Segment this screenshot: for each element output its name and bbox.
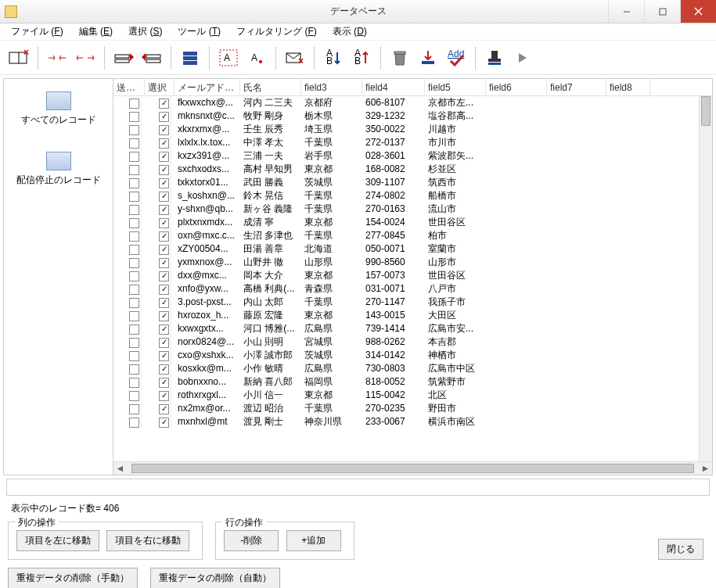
select-checkbox[interactable] — [159, 404, 169, 414]
column-field4[interactable]: field4 — [362, 79, 425, 96]
minimize-button[interactable] — [608, 0, 644, 23]
table-row[interactable]: kxwxgxtx...河口 博雅(...広島県739-1414広島市安... — [113, 322, 712, 335]
select-checkbox[interactable] — [159, 285, 169, 295]
select-checkbox[interactable] — [159, 205, 169, 215]
menu-edit[interactable]: 編集 (E) — [71, 23, 121, 40]
table-row[interactable]: cxo@xshxk...小澤 誠市郎茨城県314-0142神栖市 — [113, 349, 712, 362]
sent-checkbox[interactable] — [129, 338, 139, 348]
sidebar-item-all-records[interactable]: すべてのレコード — [4, 87, 113, 131]
menu-select[interactable]: 選択 (S) — [121, 23, 170, 40]
table-row[interactable]: kxzx391@...三浦 一夫岩手県028-3601紫波郡矢... — [113, 149, 712, 163]
scroll-left-icon[interactable]: ◄ — [113, 463, 127, 474]
table-row[interactable]: txkxtorx01...武田 勝義茨城県309-1107筑西市 — [113, 176, 712, 189]
sent-checkbox[interactable] — [129, 205, 139, 215]
select-checkbox[interactable] — [159, 258, 169, 268]
select-checkbox[interactable] — [159, 165, 169, 175]
sent-checkbox[interactable] — [129, 178, 139, 188]
table-row[interactable]: kosxkx@m...小作 敏晴広島県730-0803広島市中区 — [113, 362, 712, 375]
table-row[interactable]: yxmxnox@...山野井 徹山形県990-8560山形市 — [113, 256, 712, 269]
select-checkbox[interactable] — [159, 152, 169, 162]
move-right-button[interactable]: 項目を右に移動 — [106, 530, 189, 551]
column-name[interactable]: 氏名 — [240, 79, 301, 96]
table-row[interactable]: plxtxnxmdx...成清 寧東京都154-0024世田谷区 — [113, 216, 712, 229]
toolbar-sort-desc-icon[interactable]: AB — [321, 45, 346, 70]
table-row[interactable]: rothxrxgxl...小川 信一東京都115-0042北区 — [113, 389, 712, 402]
toolbar-arrows-in-icon[interactable] — [45, 45, 70, 70]
select-checkbox[interactable] — [159, 418, 169, 428]
toolbar-row-add-icon[interactable] — [111, 45, 136, 70]
select-checkbox[interactable] — [159, 112, 169, 122]
row-delete-button[interactable]: -削除 — [224, 530, 279, 551]
table-row[interactable]: mknsnxt@c...牧野 剛身栃木県329-1232塩谷郡高... — [113, 109, 712, 123]
scroll-thumb[interactable] — [131, 464, 694, 473]
select-checkbox[interactable] — [159, 324, 169, 335]
table-row[interactable]: s_koshxn@...鈴木 晃信千葉県274-0802船橋市 — [113, 189, 712, 203]
toolbar-text-a-icon[interactable]: A — [244, 45, 269, 70]
move-left-button[interactable]: 項目を左に移動 — [16, 530, 99, 551]
table-row[interactable]: sxchxodxs...高村 早知男東京都168-0082杉並区 — [113, 163, 712, 176]
select-checkbox[interactable] — [159, 378, 169, 388]
column-field8[interactable]: field8 — [606, 79, 650, 96]
table-row[interactable]: mxnhxl@mt渡見 剛士神奈川県233-0067横浜市南区 — [113, 415, 712, 428]
toolbar-sort-asc-icon[interactable]: AB — [349, 45, 374, 70]
sent-checkbox[interactable] — [129, 404, 139, 414]
toolbar-download-icon[interactable] — [416, 45, 441, 70]
sent-checkbox[interactable] — [129, 258, 139, 268]
toolbar-add-check-icon[interactable]: Add — [444, 45, 469, 70]
select-checkbox[interactable] — [159, 245, 169, 255]
sent-checkbox[interactable] — [129, 125, 139, 135]
toolbar-row-remove-icon[interactable] — [139, 45, 164, 70]
select-checkbox[interactable] — [159, 298, 169, 308]
column-mail[interactable]: メールアドレス — [175, 79, 240, 96]
toolbar-next-icon[interactable] — [510, 45, 535, 70]
menu-tool[interactable]: ツール (T) — [170, 23, 228, 40]
select-checkbox[interactable] — [159, 178, 169, 188]
close-dialog-button[interactable]: 閉じる — [658, 539, 703, 560]
table-row[interactable]: lxlxlx.lx.tox...中澤 孝太千葉県272-0137市川市 — [113, 136, 712, 149]
sent-checkbox[interactable] — [129, 311, 139, 321]
table-row[interactable]: nx2mx@or...渡辺 昭治千葉県270-0235野田市 — [113, 402, 712, 415]
filter-bar[interactable] — [6, 479, 710, 496]
table-row[interactable]: dxx@mxc...岡本 大介東京都157-0073世田谷区 — [113, 269, 712, 282]
select-checkbox[interactable] — [159, 311, 169, 321]
dedupe-manual-button[interactable]: 重複データの削除（手動） — [8, 568, 138, 588]
select-checkbox[interactable] — [159, 192, 169, 202]
sent-checkbox[interactable] — [129, 112, 139, 122]
horizontal-scrollbar[interactable]: ◄ ► — [113, 461, 712, 475]
table-row[interactable]: oxn@mxc.c...生沼 多津也千葉県277-0845柏市 — [113, 229, 712, 242]
toolbar-trash-icon[interactable] — [387, 45, 412, 70]
scroll-right-icon[interactable]: ► — [699, 463, 712, 474]
sidebar-item-stopped-records[interactable]: 配信停止のレコード — [4, 147, 113, 192]
sent-checkbox[interactable] — [129, 351, 139, 361]
select-checkbox[interactable] — [159, 231, 169, 242]
sent-checkbox[interactable] — [129, 364, 139, 375]
sent-checkbox[interactable] — [129, 245, 139, 255]
sent-checkbox[interactable] — [129, 285, 139, 295]
table-row[interactable]: y-shxn@qb...新ヶ谷 義隆千葉県270-0163流山市 — [113, 203, 712, 216]
table-row[interactable]: fkxwxchx@...河内 二三夫京都府606-8107京都市左... — [113, 96, 712, 109]
select-checkbox[interactable] — [159, 338, 169, 348]
table-row[interactable]: xkxrxmx@...壬生 辰秀埼玉県350-0022川越市 — [113, 123, 712, 136]
menu-filter[interactable]: フィルタリング (F) — [228, 23, 325, 40]
select-checkbox[interactable] — [159, 351, 169, 361]
column-sent[interactable]: 送信済 — [113, 79, 145, 96]
toolbar-query-delete-icon[interactable]: × — [6, 45, 31, 70]
dedupe-auto-button[interactable]: 重複データの削除（自動） — [150, 568, 280, 588]
sent-checkbox[interactable] — [129, 99, 139, 109]
table-row[interactable]: 3.post-pxst...内山 太郎千葉県270-1147我孫子市 — [113, 296, 712, 309]
sent-checkbox[interactable] — [129, 418, 139, 428]
sent-checkbox[interactable] — [129, 378, 139, 388]
menu-view[interactable]: 表示 (D) — [325, 23, 375, 40]
select-checkbox[interactable] — [159, 364, 169, 375]
sent-checkbox[interactable] — [129, 192, 139, 202]
menu-file[interactable]: ファイル (F) — [3, 23, 71, 40]
select-checkbox[interactable] — [159, 99, 169, 109]
table-row[interactable]: bobnxxno...新納 喜八郎福岡県818-0052筑紫野市 — [113, 375, 712, 389]
toolbar-mail-delete-icon[interactable]: × — [282, 45, 308, 70]
select-checkbox[interactable] — [159, 391, 169, 401]
table-row[interactable]: xZY00504...田湯 善章北海道050-0071室蘭市 — [113, 242, 712, 256]
sent-checkbox[interactable] — [129, 218, 139, 228]
toolbar-select-area-a-icon[interactable]: A — [216, 45, 241, 70]
row-add-button[interactable]: +追加 — [286, 530, 341, 551]
select-checkbox[interactable] — [159, 271, 169, 281]
